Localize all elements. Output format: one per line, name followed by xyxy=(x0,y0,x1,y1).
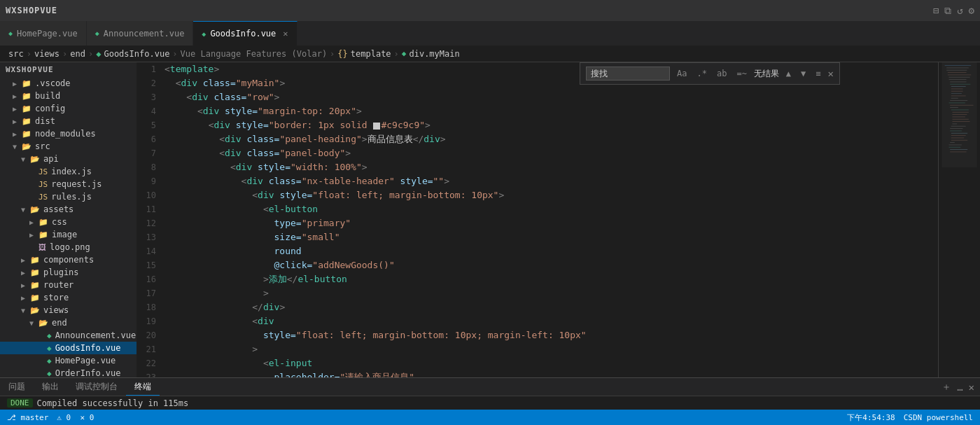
arrow-image: ▶ xyxy=(28,231,35,239)
tab-homepage[interactable]: ◆ HomePage.vue xyxy=(0,21,87,46)
tab-label-goodsinfo: GoodsInfo.vue xyxy=(210,29,276,39)
sidebar-item-views[interactable]: ▼ 📂 views xyxy=(0,304,136,316)
status-errors[interactable]: ⚠ 0 ✕ 0 xyxy=(57,413,94,422)
folder-icon-node: 📁 xyxy=(22,130,31,139)
code-line-12: 12 type="primary" xyxy=(136,216,938,230)
search-options-btn[interactable]: ≡ xyxy=(813,67,823,80)
arrow-src: ▼ xyxy=(11,143,18,151)
search-next-btn[interactable]: ▼ xyxy=(798,67,808,80)
sidebar-item-vscode[interactable]: ▶ 📁 .vscode xyxy=(0,77,136,90)
sidebar-item-api[interactable]: ▼ 📂 api xyxy=(0,153,136,165)
sidebar-item-css[interactable]: ▶ 📁 css xyxy=(0,216,136,228)
search-input[interactable] xyxy=(586,67,670,81)
bottom-tab-problems[interactable]: 问题 xyxy=(0,378,34,396)
more-terminals-icon[interactable]: … xyxy=(957,382,962,393)
breadcrumb-divmymain[interactable]: div.myMain xyxy=(409,49,459,59)
sidebar-item-orderinfo[interactable]: ◆ OrderInfo.vue xyxy=(0,367,136,377)
line-num-2: 2 xyxy=(136,76,164,90)
sidebar-item-assets[interactable]: ▼ 📂 assets xyxy=(0,203,136,216)
bottom-tab-debug[interactable]: 调试控制台 xyxy=(67,378,126,396)
line-content-19: <div xyxy=(164,314,938,328)
search-close-btn[interactable]: ✕ xyxy=(828,68,834,79)
line-num-4: 4 xyxy=(136,104,164,118)
status-csdn: CSDN powershell xyxy=(904,413,973,422)
sidebar-item-node-modules[interactable]: ▶ 📁 node_modules xyxy=(0,127,136,140)
sidebar-item-end[interactable]: ▼ 📂 end xyxy=(0,316,136,329)
sidebar-label-plugins: plugins xyxy=(43,267,79,277)
sidebar-item-config[interactable]: ▶ 📁 config xyxy=(0,102,136,115)
sidebar-item-image[interactable]: ▶ 📁 image xyxy=(0,228,136,241)
sidebar-item-src[interactable]: ▼ 📂 src xyxy=(0,140,136,153)
search-preserve-btn[interactable]: =~ xyxy=(734,67,749,80)
js-icon-index: JS xyxy=(38,167,48,176)
line-num-18: 18 xyxy=(136,300,164,314)
bottom-tab-terminal[interactable]: 终端 xyxy=(126,378,160,396)
minimize-icon[interactable]: ⊟ xyxy=(933,5,939,17)
line-content-14: round xyxy=(164,244,938,258)
tab-close-goodsinfo[interactable]: ✕ xyxy=(283,29,288,39)
history-icon[interactable]: ↺ xyxy=(957,5,962,17)
compile-bar: DONE Compiled successfully in 115ms xyxy=(0,396,980,410)
line-content-13: size="small" xyxy=(164,230,938,244)
line-content-22: <el-input xyxy=(164,356,938,370)
sidebar-label-build: build xyxy=(35,91,60,101)
code-container: 1 <template> 2 <div class="myMain"> 3 <d… xyxy=(136,62,938,377)
arrow-assets: ▼ xyxy=(20,206,27,214)
arrow-views: ▼ xyxy=(20,307,27,314)
vue-icon-goods: ◆ xyxy=(47,344,52,353)
sidebar-item-dist[interactable]: ▶ 📁 dist xyxy=(0,115,136,127)
sidebar-label-announcement: Announcement.vue xyxy=(55,330,136,340)
status-branch[interactable]: ⎇ master xyxy=(7,413,48,422)
tab-announcement[interactable]: ◆ Announcement.vue xyxy=(87,21,194,46)
editor-area: Aa .* ab =~ 无结果 ▲ ▼ ≡ ✕ 1 <template> 2 <… xyxy=(136,62,980,377)
breadcrumb-template[interactable]: template xyxy=(351,49,391,59)
bottom-tab-output[interactable]: 输出 xyxy=(34,378,67,396)
split-icon[interactable]: ⧉ xyxy=(944,5,951,17)
breadcrumb-end[interactable]: end xyxy=(70,49,85,59)
folder-icon-store: 📁 xyxy=(30,293,40,302)
code-line-9: 9 <div class="nx-table-header" style=""> xyxy=(136,174,938,188)
js-icon-request: JS xyxy=(38,180,48,189)
sidebar-item-goodsinfo[interactable]: ◆ GoodsInfo.vue xyxy=(0,342,136,354)
sidebar-item-store[interactable]: ▶ 📁 store xyxy=(0,291,136,304)
sidebar-item-requestjs[interactable]: JS request.js xyxy=(0,178,136,190)
editor-main[interactable]: 1 <template> 2 <div class="myMain"> 3 <d… xyxy=(136,62,938,377)
sidebar-item-rulesjs[interactable]: JS rules.js xyxy=(0,190,136,203)
sidebar-label-image: image xyxy=(52,230,77,239)
search-word-btn[interactable]: .* xyxy=(694,67,710,80)
minimap-svg xyxy=(939,62,980,377)
breadcrumb-src[interactable]: src xyxy=(8,49,24,59)
folder-icon-components: 📁 xyxy=(30,256,40,265)
add-terminal-icon[interactable]: ＋ xyxy=(941,381,951,393)
sidebar-item-router[interactable]: ▶ 📁 router xyxy=(0,279,136,291)
sidebar-item-build[interactable]: ▶ 📁 build xyxy=(0,90,136,102)
tab-label-homepage: HomePage.vue xyxy=(17,29,78,39)
tab-goodsinfo[interactable]: ◆ GoodsInfo.vue ✕ xyxy=(193,21,297,46)
breadcrumb-sep2: › xyxy=(62,49,67,59)
folder-icon-dist: 📁 xyxy=(22,117,31,126)
sidebar-item-indexjs[interactable]: JS index.js xyxy=(0,165,136,178)
line-content-21: > xyxy=(164,342,938,356)
line-num-9: 9 xyxy=(136,174,164,188)
status-left: ⎇ master ⚠ 0 ✕ 0 xyxy=(7,413,94,422)
sidebar-label-orderinfo: OrderInfo.vue xyxy=(55,368,121,377)
arrow-plugins: ▶ xyxy=(20,269,27,277)
folder-icon-config: 📁 xyxy=(22,104,31,113)
sidebar-label-goodsinfo: GoodsInfo.vue xyxy=(55,343,121,353)
sidebar-item-announcement[interactable]: ◆ Announcement.vue xyxy=(0,329,136,342)
search-prev-btn[interactable]: ▲ xyxy=(783,67,794,80)
settings-icon[interactable]: ⚙ xyxy=(969,5,974,17)
folder-icon-assets: 📂 xyxy=(30,205,40,214)
breadcrumb-goodsinfo[interactable]: GoodsInfo.vue xyxy=(104,49,169,59)
line-content-4: <div style="margin-top: 20px"> xyxy=(164,104,938,118)
close-panel-icon[interactable]: ✕ xyxy=(969,382,974,393)
search-case-btn[interactable]: Aa xyxy=(674,67,690,80)
sidebar-item-homepage[interactable]: ◆ HomePage.vue xyxy=(0,354,136,367)
sidebar-item-logopng[interactable]: 🖼 logo.png xyxy=(0,241,136,253)
search-regex-btn[interactable]: ab xyxy=(714,67,729,80)
sidebar-item-plugins[interactable]: ▶ 📁 plugins xyxy=(0,266,136,279)
compile-status: DONE xyxy=(7,398,33,407)
vue-dot-announcement: ◆ xyxy=(95,29,99,37)
breadcrumb-views[interactable]: views xyxy=(34,49,59,59)
sidebar-item-components[interactable]: ▶ 📁 components xyxy=(0,253,136,266)
